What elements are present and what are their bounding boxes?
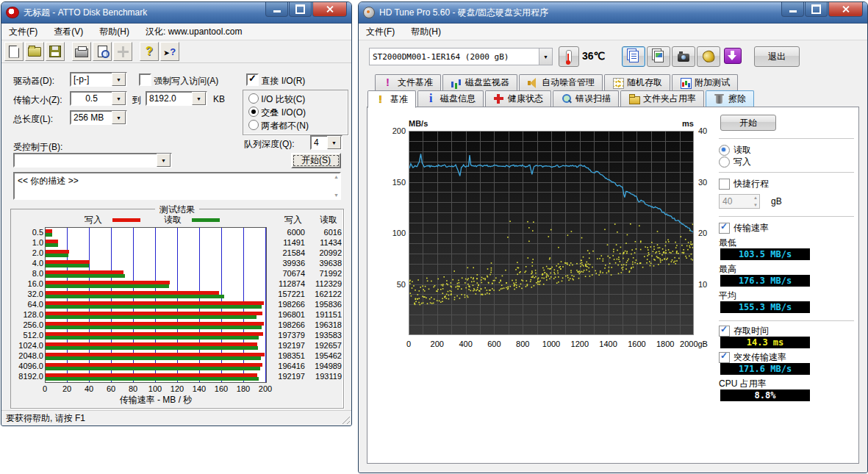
exit-button[interactable]: 退出 — [754, 46, 800, 67]
transfer-from-select[interactable]: 0.5▼ — [70, 91, 127, 106]
atto-titlebar[interactable]: 无标题 - ATTO Disk Benchmark — [1, 2, 351, 24]
update-button[interactable] — [722, 46, 744, 65]
tab-aam[interactable]: 自动噪音管理 — [519, 74, 603, 90]
read-value: 194989 — [304, 361, 342, 371]
transfer-rate-checkbox[interactable]: 传输速率 — [719, 222, 769, 234]
direct-io-checkbox[interactable]: 直接 I/O(R) — [246, 73, 305, 87]
x-tick-label: 140 — [193, 384, 206, 393]
new-file-button[interactable] — [4, 42, 24, 61]
io-overlapped-radio-circle[interactable] — [248, 107, 259, 117]
legend-write-label: 写入 — [85, 214, 102, 226]
drive-select[interactable]: [-p-]▼ — [70, 72, 127, 87]
force-write-checkbox[interactable]: 强制写入访问(A) — [139, 73, 218, 87]
menu-view[interactable]: 查看(V) — [52, 24, 85, 40]
print-button[interactable] — [72, 42, 91, 61]
menu-help[interactable]: 帮助(H) — [98, 24, 131, 40]
tab-filebench[interactable]: 文件基准 — [375, 74, 441, 90]
chevron-down-icon[interactable]: ▼ — [112, 92, 126, 105]
read-radio-circle[interactable] — [719, 145, 730, 156]
io-compare-radio-circle[interactable] — [248, 93, 259, 104]
context-help-button[interactable]: ? — [160, 42, 179, 61]
minimize-icon — [273, 10, 281, 12]
burst-rate-checkbox-box[interactable] — [719, 352, 730, 363]
chevron-down-icon[interactable]: ▼ — [157, 154, 171, 167]
spinner-up-icon[interactable]: ▲ — [753, 195, 758, 200]
transfer-rate-checkbox-box[interactable] — [719, 223, 730, 234]
print-icon — [75, 49, 88, 57]
save-button[interactable] — [46, 42, 65, 61]
x-axis-ticks: 0200400600800100012001400160018002000gB — [409, 340, 694, 350]
stroke-size-spinner[interactable]: 40 ▲ ▼ — [719, 194, 760, 209]
tab-row-bottom: 基准磁盘信息健康状态错误扫描文件夹占用率擦除 — [367, 90, 756, 108]
spinner-down-icon[interactable]: ▼ — [753, 203, 758, 207]
maximize-button[interactable] — [289, 2, 312, 17]
menu-help[interactable]: 帮助(H) — [409, 24, 442, 40]
close-button[interactable] — [312, 2, 347, 17]
transfer-to-select[interactable]: 8192.0▼ — [146, 91, 207, 106]
copy-image-button[interactable] — [647, 46, 670, 67]
x-axis-ticks: 020406080100120140160180200 — [45, 384, 267, 393]
hdtune-window-title: HD Tune Pro 5.60 - 硬盘/固态硬盘实用程序 — [379, 7, 777, 19]
chevron-down-icon[interactable]: ▼ — [112, 73, 126, 86]
help-button[interactable]: ? — [140, 42, 159, 61]
burst-rate-checkbox[interactable]: 突发传输速率 — [719, 351, 786, 364]
access-time-checkbox[interactable]: 存取时间 — [719, 325, 769, 337]
start-button[interactable]: 开始(S) — [291, 153, 341, 168]
tab-folder[interactable]: 文件夹占用率 — [620, 90, 704, 107]
tab-health[interactable]: 健康状态 — [485, 90, 551, 107]
queue-depth-select[interactable]: 4▼ — [310, 135, 342, 150]
minimize-button[interactable] — [265, 2, 288, 17]
chevron-down-icon[interactable]: ▼ — [112, 111, 126, 124]
print-preview-button[interactable] — [93, 42, 112, 61]
resize-grip[interactable] — [340, 414, 350, 424]
donate-button[interactable] — [697, 46, 720, 67]
short-stroke-checkbox[interactable]: 快捷行程 — [719, 178, 769, 190]
read-value: 191151 — [304, 309, 342, 320]
close-button[interactable] — [828, 2, 863, 17]
io-neither-radio[interactable]: 两者都不(N) — [248, 120, 309, 132]
close-icon — [326, 5, 334, 13]
tab-benchmark[interactable]: 基准 — [367, 90, 416, 108]
tab-extra[interactable]: 附加测试 — [672, 74, 738, 90]
tab-scan[interactable]: 错误扫描 — [553, 90, 619, 107]
start-button[interactable]: 开始 — [720, 115, 776, 131]
direct-io-checkbox-box[interactable] — [246, 73, 259, 86]
controlled-by-select[interactable]: ▼ — [13, 153, 172, 168]
open-file-button[interactable] — [25, 42, 44, 61]
io-neither-radio-circle[interactable] — [248, 120, 259, 130]
chevron-down-icon[interactable]: ▼ — [327, 136, 341, 149]
short-stroke-checkbox-box[interactable] — [719, 179, 730, 190]
chevron-down-icon[interactable]: ▼ — [539, 49, 552, 65]
hdtune-titlebar[interactable]: HD Tune Pro 5.60 - 硬盘/固态硬盘实用程序 — [359, 2, 867, 24]
minimize-button[interactable] — [781, 2, 804, 17]
maximize-button[interactable] — [805, 2, 828, 17]
copy-text-button[interactable] — [622, 46, 645, 67]
write-radio-circle[interactable] — [719, 157, 730, 168]
x-tick-label: 1000 — [542, 340, 560, 348]
tab-monitor[interactable]: 磁盘监视器 — [442, 74, 517, 90]
read-radio[interactable]: 读取 — [719, 144, 751, 157]
scroll-up-icon[interactable]: ▲ — [334, 174, 339, 179]
screenshot-button[interactable] — [672, 46, 695, 67]
tab-erase[interactable]: 擦除 — [706, 90, 754, 107]
temperature-button[interactable] — [559, 46, 579, 67]
read-value: 193119 — [304, 371, 342, 381]
write-radio[interactable]: 写入 — [719, 156, 751, 168]
total-length-select[interactable]: 256 MB▼ — [70, 110, 127, 125]
scroll-down-icon[interactable]: ▼ — [334, 193, 339, 198]
x-tick-label: 180 — [237, 384, 250, 393]
access-time-checkbox-box[interactable] — [719, 326, 730, 337]
tab-diskinfo[interactable]: 磁盘信息 — [417, 90, 484, 107]
update-download-icon — [724, 48, 742, 64]
menu-file[interactable]: 文件(F) — [7, 24, 39, 40]
io-overlapped-radio[interactable]: 交叠 I/O(O) — [248, 107, 306, 119]
io-compare-radio[interactable]: I/O 比较(C) — [248, 93, 305, 106]
tab-random[interactable]: 随机存取 — [604, 74, 670, 90]
drive-select[interactable]: ST2000DM001-1ER164 (2000 gB)▼ — [369, 48, 553, 65]
health-icon — [493, 93, 504, 104]
description-box[interactable]: << 你的描述 >> ▲ ▼ — [13, 172, 341, 200]
force-write-checkbox-box[interactable] — [139, 73, 151, 86]
menu-file[interactable]: 文件(F) — [365, 24, 396, 40]
transfer-size-label: 传输大小(Z): — [13, 94, 62, 107]
chevron-down-icon[interactable]: ▼ — [192, 92, 206, 105]
